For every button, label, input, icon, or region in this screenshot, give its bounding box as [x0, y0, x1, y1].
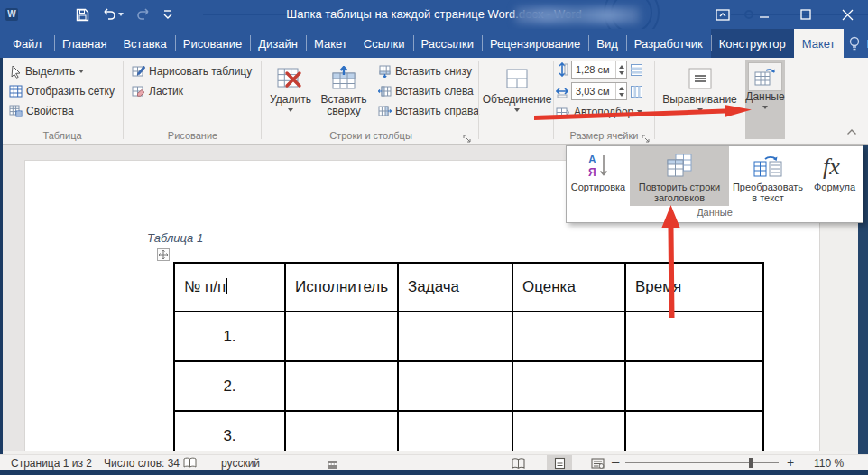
rows-columns-dialog-launcher[interactable] — [463, 131, 474, 142]
table-cell[interactable]: 3. — [174, 411, 285, 456]
column-width-input[interactable]: 3,03 см — [571, 82, 627, 100]
tab-references[interactable]: Ссылки — [356, 29, 413, 58]
select-button[interactable]: Выделить — [4, 61, 121, 81]
tab-table-design[interactable]: Конструктор — [711, 29, 794, 58]
minimize-button[interactable] — [743, 0, 785, 29]
insert-right-button[interactable]: Вставить справа — [373, 101, 479, 121]
group-table: Выделить Отобразить сетку Свойства Табли… — [4, 58, 121, 144]
tab-mailings[interactable]: Рассылки — [413, 29, 482, 58]
tell-me-bulb-icon[interactable] — [845, 36, 863, 51]
tab-file[interactable]: Файл — [0, 29, 54, 58]
table-cell[interactable] — [625, 361, 763, 411]
merge-cells-icon — [505, 63, 529, 94]
close-button[interactable] — [826, 0, 868, 29]
tab-view[interactable]: Вид — [588, 29, 626, 58]
zoom-in-button[interactable]: + — [787, 454, 794, 470]
header-cell[interactable]: № п/п — [174, 263, 285, 312]
table-header-row: № п/п Исполнитель Задача Оценка Время — [174, 263, 763, 312]
insert-below-button[interactable]: Вставить снизу — [373, 61, 479, 81]
sort-icon: А Я — [586, 151, 611, 182]
table-cell[interactable] — [512, 361, 625, 411]
table-properties-button[interactable]: Свойства — [4, 101, 121, 121]
zoom-slider-thumb[interactable] — [749, 458, 753, 468]
language-indicator[interactable]: русский — [221, 455, 260, 471]
account-name-blurred[interactable] — [515, 7, 640, 23]
column-width-spinner[interactable] — [615, 83, 626, 99]
autofit-button[interactable]: Автоподбор — [556, 102, 652, 122]
undo-button[interactable] — [102, 8, 124, 21]
group-divider — [654, 61, 655, 139]
table-cell[interactable]: 2. — [174, 361, 285, 411]
insert-left-button[interactable]: Вставить слева — [373, 81, 479, 101]
insert-above-button[interactable]: Вставить сверху — [317, 60, 371, 141]
table-cell[interactable] — [512, 411, 625, 456]
delete-button[interactable]: Удалить — [266, 60, 315, 141]
formula-button[interactable]: fx Формула — [807, 146, 863, 206]
zoom-slider-track[interactable] — [625, 462, 779, 463]
header-cell[interactable]: Исполнитель — [285, 263, 398, 312]
table-cell[interactable] — [398, 361, 512, 411]
read-mode-button[interactable] — [505, 455, 531, 471]
zoom-level[interactable]: 110 % — [814, 455, 844, 471]
view-gridlines-button[interactable]: Отобразить сетку — [4, 81, 121, 101]
alignment-caret-icon — [697, 108, 703, 112]
table-cell[interactable]: 1. — [174, 312, 285, 361]
save-button[interactable] — [76, 8, 89, 22]
header-cell[interactable]: Оценка — [512, 263, 625, 312]
table-move-handle[interactable] — [157, 248, 170, 261]
print-layout-button[interactable] — [547, 455, 572, 471]
sort-button[interactable]: А Я Сортировка — [567, 146, 630, 206]
collapse-ribbon-button[interactable] — [846, 123, 857, 139]
repeat-header-rows-icon — [665, 151, 694, 182]
delete-table-icon — [276, 63, 305, 94]
cell-size-dialog-launcher[interactable] — [642, 131, 652, 142]
row-height-input[interactable]: 1,28 см — [571, 61, 627, 79]
data-button[interactable]: Данные — [745, 60, 785, 139]
word-count[interactable]: Число слов: 34 — [104, 455, 180, 471]
page-indicator[interactable]: Страница 1 из 2 — [11, 455, 92, 471]
eraser-button[interactable]: Ластик — [126, 81, 259, 101]
maximize-button[interactable] — [785, 0, 826, 29]
tab-table-layout[interactable]: Макет — [794, 29, 844, 58]
tab-review[interactable]: Рецензирование — [482, 29, 588, 58]
group-draw: Нарисовать таблицу Ластик Рисование — [126, 58, 259, 144]
document-table[interactable]: № п/п Исполнитель Задача Оценка Время 1.… — [173, 262, 764, 456]
tab-layout[interactable]: Макет — [306, 29, 356, 58]
redo-button[interactable] — [136, 8, 151, 21]
tab-draw[interactable]: Рисование — [175, 29, 250, 58]
table-cell[interactable] — [625, 312, 763, 361]
distribute-rows-icon — [630, 63, 643, 77]
svg-text:Я: Я — [588, 166, 596, 179]
tab-design[interactable]: Дизайн — [250, 29, 306, 58]
table-row: 1. — [174, 312, 763, 361]
repeat-header-rows-button[interactable]: Повторить строки заголовков — [630, 146, 729, 206]
draw-table-icon — [132, 65, 145, 78]
ribbon-display-options-button[interactable] — [702, 0, 743, 29]
web-layout-button[interactable] — [585, 455, 610, 471]
data-flyout-items: А Я Сортировка Повторить строки заголовк… — [567, 146, 863, 206]
merge-button[interactable]: Объединение — [482, 60, 552, 141]
row-height-spinner[interactable] — [615, 61, 626, 78]
undo-caret-icon — [118, 13, 124, 16]
header-cell[interactable]: Время — [625, 263, 763, 312]
qat-customize-button[interactable] — [163, 9, 172, 20]
text-cursor — [226, 278, 227, 294]
table-cell[interactable] — [398, 312, 512, 361]
table-cell[interactable] — [398, 411, 512, 456]
titlebar: W Шапка таблицы на каждой странице Word.… — [0, 0, 868, 29]
convert-to-text-button[interactable]: Преобразовать в текст — [729, 146, 807, 206]
zoom-out-button[interactable]: – — [612, 453, 619, 470]
insert-right-icon — [378, 105, 392, 117]
table-cell[interactable] — [285, 411, 398, 456]
table-cell[interactable] — [512, 312, 625, 361]
table-cell[interactable] — [285, 312, 398, 361]
alignment-button[interactable]: Выравнивание — [657, 60, 743, 141]
table-cell[interactable] — [625, 411, 763, 456]
table-cell[interactable] — [285, 361, 398, 411]
tab-home[interactable]: Главная — [54, 29, 115, 58]
tab-insert[interactable]: Вставка — [115, 29, 174, 58]
tab-developer[interactable]: Разработчик — [626, 29, 711, 58]
draw-table-button[interactable]: Нарисовать таблицу — [126, 61, 259, 81]
window-edge-bottom — [0, 470, 868, 475]
header-cell[interactable]: Задача — [398, 263, 512, 312]
